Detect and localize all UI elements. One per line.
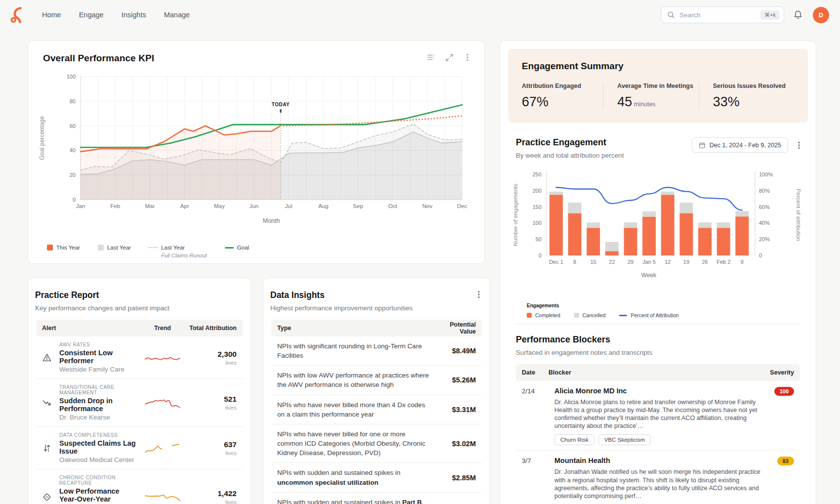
col-alert: Alert bbox=[36, 325, 138, 332]
svg-text:40: 40 bbox=[70, 147, 76, 153]
data-insights-card: Data Insights Highest performance improv… bbox=[263, 278, 490, 504]
blocker-content: Alicia Monroe MD Inc100Dr. Alicia Monroe… bbox=[554, 387, 794, 445]
table-row[interactable]: TRANSITIONAL CARE MANAGEMENTSudden Drop … bbox=[36, 379, 243, 427]
svg-text:Feb: Feb bbox=[110, 203, 120, 209]
table-row[interactable]: 2/14Alicia Monroe MD Inc100Dr. Alicia Mo… bbox=[516, 381, 800, 451]
alert-text: TRANSITIONAL CARE MANAGEMENTSudden Drop … bbox=[59, 384, 138, 421]
nav-item-manage[interactable]: Manage bbox=[164, 11, 190, 19]
svg-text:Goal percentage: Goal percentage bbox=[39, 116, 45, 160]
trend-cell bbox=[138, 350, 187, 365]
svg-text:Dec 1: Dec 1 bbox=[549, 259, 563, 265]
kpi-line-chart: 020406080100TODAYJanFebMarAprMayJunJulAu… bbox=[36, 68, 476, 232]
insight-type: NPIs with significant rounding in Long-T… bbox=[271, 336, 434, 365]
insight-type: NPIs who have never billed more than 4 D… bbox=[271, 395, 434, 424]
insight-value: $3.31M bbox=[434, 406, 482, 414]
legend-label: Goal bbox=[237, 245, 249, 251]
legend-item: Last Year bbox=[98, 245, 131, 251]
attribution-unit: lives bbox=[187, 360, 237, 366]
stat-label: Attribution Engaged bbox=[522, 83, 603, 89]
arrows-down-up-icon bbox=[42, 443, 52, 453]
app-logo[interactable] bbox=[10, 7, 24, 23]
svg-text:20: 20 bbox=[70, 172, 76, 178]
alert-name: Suspected Claims Lag Issue bbox=[59, 439, 138, 455]
col-total-attribution: Total Attribution bbox=[187, 325, 243, 332]
legend-swatch bbox=[225, 247, 234, 249]
trend-cell bbox=[138, 395, 187, 410]
table-row[interactable]: NPIs who have never billed more than 4 D… bbox=[271, 395, 482, 424]
attribution-unit: lives bbox=[187, 450, 237, 456]
trend-cell bbox=[138, 490, 187, 504]
svg-text:9: 9 bbox=[741, 259, 744, 265]
svg-text:80%: 80% bbox=[759, 188, 770, 194]
practice-report-subtitle: Key performance changes and patient impa… bbox=[35, 304, 244, 312]
svg-text:Month: Month bbox=[263, 217, 280, 224]
table-row[interactable]: NPIs with sudden and sustained spikes in… bbox=[271, 493, 482, 504]
col-type: Type bbox=[271, 325, 434, 332]
svg-text:12: 12 bbox=[665, 259, 671, 265]
kebab-menu-icon[interactable] bbox=[795, 141, 803, 150]
legend-label: Completed bbox=[535, 312, 560, 318]
summary-stat: Serious Issues Resolved33% bbox=[699, 83, 794, 110]
engagement-summary-title: Engagement Summary bbox=[522, 61, 794, 72]
performance-blockers-title: Performance Blockers bbox=[516, 335, 800, 345]
kpi-card-title: Overall Performance KPI bbox=[43, 53, 154, 64]
calendar-icon bbox=[699, 142, 706, 149]
table-row[interactable]: DATA COMPLETENESSSuspected Claims Lag Is… bbox=[36, 427, 243, 469]
legend-label: Last Year bbox=[107, 245, 131, 251]
summary-stat: Attribution Engaged67% bbox=[522, 83, 603, 110]
alert-text: AWV RATESConsistent Low PerformerWestsid… bbox=[59, 342, 138, 373]
nav-menu: HomeEngageInsightsManage bbox=[42, 11, 190, 19]
practice-report-title: Practice Report bbox=[35, 290, 244, 300]
legend-label: This Year bbox=[56, 245, 80, 251]
blocker-date: 3/7 bbox=[522, 457, 554, 504]
nav-item-home[interactable]: Home bbox=[42, 11, 61, 19]
alert-cell: CHRONIC CONDITION RECAPTURELow Performan… bbox=[36, 475, 138, 504]
legend-swatch bbox=[47, 245, 53, 251]
svg-text:0: 0 bbox=[759, 252, 762, 258]
svg-text:250: 250 bbox=[533, 171, 542, 177]
engagement-summary: Engagement Summary Attribution Engaged67… bbox=[508, 49, 808, 123]
svg-text:Feb 2: Feb 2 bbox=[716, 259, 730, 265]
notifications-bell-icon[interactable] bbox=[793, 10, 803, 20]
divider bbox=[516, 324, 800, 324]
insight-type: NPIs with sudden and sustained spikes in… bbox=[271, 463, 434, 492]
table-row[interactable]: 3/7Mountain Health83Dr. Jonathan Wade no… bbox=[516, 451, 800, 504]
svg-text:200: 200 bbox=[533, 188, 542, 194]
severity-badge: 83 bbox=[777, 457, 794, 465]
performance-blockers: Performance Blockers Surfaced in engagem… bbox=[516, 335, 800, 504]
svg-text:100: 100 bbox=[533, 220, 542, 226]
kebab-menu-icon[interactable] bbox=[463, 53, 471, 62]
svg-text:26: 26 bbox=[702, 259, 708, 265]
svg-text:Number of engagements: Number of engagements bbox=[512, 183, 518, 246]
tag-chip[interactable]: VBC Skepticism bbox=[598, 434, 651, 445]
alert-text: CHRONIC CONDITION RECAPTURELow Performan… bbox=[59, 475, 138, 504]
svg-text:19: 19 bbox=[683, 259, 689, 265]
insight-value: $8.49M bbox=[434, 347, 482, 355]
table-row[interactable]: NPIs with low AWV performance at practic… bbox=[271, 366, 482, 395]
search-icon bbox=[667, 11, 675, 19]
legend-item: Cancelled bbox=[574, 312, 606, 318]
kebab-menu-icon[interactable] bbox=[475, 290, 483, 312]
alert-category: DATA COMPLETENESS bbox=[59, 432, 138, 438]
trend-sparkline bbox=[144, 395, 181, 410]
value-cell: 521lives bbox=[187, 395, 243, 411]
date-range-picker[interactable]: Dec 1, 2024 - Feb 9, 2025 bbox=[692, 137, 788, 153]
search-input[interactable]: Search ⌘+k bbox=[661, 6, 784, 23]
table-row[interactable]: AWV RATESConsistent Low PerformerWestsid… bbox=[36, 336, 243, 379]
tag-chip[interactable]: Churn Risk bbox=[554, 434, 594, 445]
value-cell: 2,300lives bbox=[187, 350, 243, 366]
table-row[interactable]: NPIs with sudden and sustained spikes in… bbox=[271, 463, 482, 492]
svg-text:50: 50 bbox=[536, 236, 542, 242]
legend-title: Engagements bbox=[527, 303, 679, 308]
table-row[interactable]: NPIs with significant rounding in Long-T… bbox=[271, 336, 482, 366]
table-row[interactable]: NPIs who have never billed for one or mo… bbox=[271, 424, 482, 463]
attribution-value: 2,300 bbox=[187, 350, 237, 359]
nav-item-insights[interactable]: Insights bbox=[122, 11, 146, 19]
svg-text:TODAY: TODAY bbox=[272, 102, 290, 107]
nav-item-engage[interactable]: Engage bbox=[79, 11, 104, 19]
svg-text:Jul: Jul bbox=[285, 203, 293, 209]
list-view-icon[interactable] bbox=[426, 53, 435, 62]
table-row[interactable]: CHRONIC CONDITION RECAPTURELow Performan… bbox=[36, 469, 243, 504]
expand-icon[interactable] bbox=[445, 53, 454, 62]
user-avatar[interactable]: D bbox=[813, 7, 829, 23]
